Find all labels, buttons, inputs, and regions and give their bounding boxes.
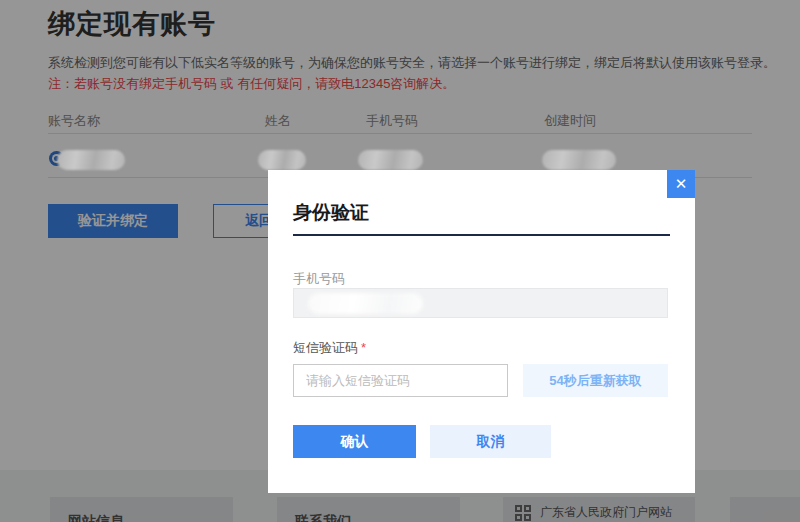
resend-countdown-button[interactable]: 54秒后重新获取 [523, 364, 668, 397]
dialog-title-underline [293, 234, 670, 236]
sms-code-input[interactable] [293, 364, 508, 397]
sms-code-label-text: 短信验证码 [293, 340, 358, 355]
redacted-account-name [57, 150, 125, 170]
redacted-created-time [542, 150, 616, 170]
identity-verification-dialog: ✕ 身份验证 手机号码 短信验证码* 54秒后重新获取 确认 取消 [268, 170, 695, 493]
redacted-phone-value [308, 293, 423, 314]
redacted-phone-number [358, 150, 423, 170]
phone-number-field-disabled [293, 288, 668, 318]
sms-code-label: 短信验证码* [293, 339, 366, 357]
close-icon[interactable]: ✕ [667, 170, 695, 198]
confirm-button[interactable]: 确认 [293, 425, 416, 458]
phone-number-label: 手机号码 [293, 270, 345, 288]
redacted-real-name [258, 150, 306, 170]
required-asterisk: * [361, 340, 366, 355]
cancel-button[interactable]: 取消 [430, 425, 551, 458]
screen: 绑定现有账号 系统检测到您可能有以下低实名等级的账号，为确保您的账号安全，请选择… [0, 0, 800, 522]
dialog-title: 身份验证 [293, 200, 369, 226]
